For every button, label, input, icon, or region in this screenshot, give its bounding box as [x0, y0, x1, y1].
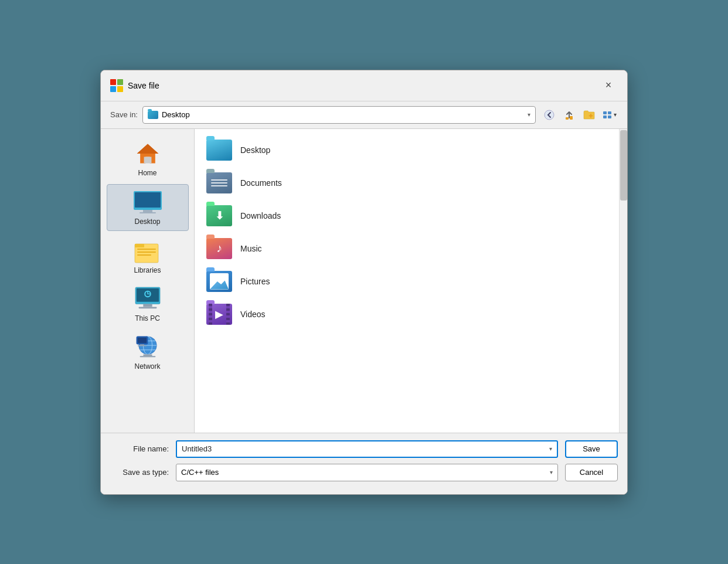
sidebar-item-home[interactable]: Home [107, 136, 189, 182]
desktop-sidebar-icon [132, 189, 163, 215]
svg-rect-12 [143, 210, 152, 212]
folder-pictures-icon [206, 271, 232, 292]
svg-rect-2 [570, 116, 573, 120]
svg-marker-9 [137, 144, 158, 154]
back-icon [544, 110, 554, 120]
list-item[interactable]: ⬇ Downloads [195, 199, 627, 232]
up-button[interactable] [560, 106, 578, 124]
svg-rect-20 [136, 288, 158, 301]
filetype-row: Save as type: C/C++ files ▾ Cancel [110, 464, 618, 481]
save-file-dialog: Save file × Save in: Desktop ▾ [100, 70, 628, 495]
list-item[interactable]: Pictures [195, 265, 627, 298]
home-icon [132, 141, 163, 167]
location-dropdown[interactable]: Desktop ▾ [142, 106, 536, 124]
file-item-label: Videos [240, 310, 266, 319]
dropdown-arrow-icon: ▾ [528, 111, 530, 118]
svg-rect-6 [608, 115, 611, 118]
file-item-label: Pictures [240, 277, 270, 286]
sidebar-item-libraries-label: Libraries [134, 266, 161, 274]
svg-rect-15 [135, 244, 144, 247]
filename-label: File name: [110, 444, 169, 453]
title-left: Save file [110, 79, 159, 92]
pictures-inner [210, 273, 229, 290]
list-item[interactable]: ▶ Videos [195, 298, 627, 331]
network-icon [132, 334, 163, 360]
folder-music-icon: ♪ [206, 238, 232, 259]
folder-videos-icon: ▶ [206, 304, 232, 325]
file-item-label: Downloads [240, 211, 281, 220]
save-in-label: Save in: [110, 110, 138, 119]
cancel-button[interactable]: Cancel [565, 464, 618, 481]
new-folder-icon [583, 110, 595, 120]
filename-dropdown-arrow: ▾ [549, 446, 552, 452]
svg-rect-1 [566, 117, 569, 120]
sidebar-item-libraries[interactable]: Libraries [107, 233, 189, 279]
windows-logo-icon [110, 79, 123, 92]
view-icon [602, 110, 614, 120]
sidebar-item-network-label: Network [134, 362, 160, 371]
view-button[interactable]: ▾ [600, 106, 618, 124]
filename-input[interactable]: Untitled3 ▾ [176, 440, 558, 458]
pictures-mountain [210, 280, 229, 290]
filename-row: File name: Untitled3 ▾ Save [110, 440, 618, 458]
location-folder-icon [148, 111, 158, 119]
svg-rect-22 [138, 307, 157, 308]
dialog-title: Save file [128, 81, 159, 90]
folder-documents-icon [206, 172, 232, 193]
sidebar-item-home-label: Home [138, 169, 157, 177]
svg-rect-21 [143, 304, 152, 307]
up-icon [564, 110, 574, 120]
list-item[interactable]: ♪ Music [195, 232, 627, 265]
filetype-label: Save as type: [110, 468, 169, 477]
new-folder-button[interactable] [580, 106, 598, 124]
folder-downloads-icon: ⬇ [206, 205, 232, 226]
toolbar-icons: ▾ [540, 106, 618, 124]
sidebar: Home Desktop [101, 129, 195, 433]
back-button[interactable] [540, 106, 558, 124]
file-item-label: Desktop [240, 145, 270, 155]
list-item[interactable]: Desktop [195, 134, 627, 167]
save-button[interactable]: Save [565, 440, 618, 458]
filetype-select[interactable]: C/C++ files ▾ [176, 464, 558, 481]
scrollbar-track[interactable] [619, 129, 627, 433]
file-item-label: Documents [240, 178, 282, 188]
music-note-icon: ♪ [206, 238, 232, 259]
title-bar: Save file × [101, 70, 627, 101]
svg-rect-29 [143, 354, 152, 356]
filename-value: Untitled3 [182, 444, 212, 453]
svg-rect-17 [137, 252, 156, 253]
svg-rect-13 [140, 212, 156, 213]
play-icon: ▶ [206, 304, 232, 325]
svg-rect-3 [603, 111, 607, 114]
svg-rect-5 [603, 115, 607, 118]
sidebar-item-thispc[interactable]: This PC [107, 281, 189, 327]
svg-rect-32 [137, 337, 146, 343]
file-item-label: Music [240, 244, 262, 253]
file-list: Desktop Documents ⬇ Downloads [195, 129, 627, 433]
sidebar-item-desktop[interactable]: Desktop [107, 184, 189, 231]
filetype-dropdown-arrow: ▾ [550, 469, 553, 475]
location-text: Desktop [162, 110, 528, 119]
svg-rect-8 [144, 157, 151, 163]
svg-rect-16 [137, 249, 156, 250]
folder-desktop-icon [206, 140, 232, 161]
svg-rect-4 [608, 111, 611, 114]
svg-rect-34 [137, 345, 146, 346]
svg-rect-18 [137, 254, 151, 256]
sidebar-item-network[interactable]: Network [107, 329, 189, 375]
thispc-icon [132, 286, 163, 312]
close-button[interactable]: × [599, 76, 618, 95]
sidebar-item-desktop-label: Desktop [134, 218, 160, 226]
scrollbar-thumb[interactable] [620, 130, 627, 201]
svg-rect-11 [135, 192, 161, 208]
sidebar-item-thispc-label: This PC [135, 314, 160, 322]
download-arrow-icon: ⬇ [206, 205, 232, 226]
svg-rect-33 [140, 344, 144, 345]
view-dropdown-arrow: ▾ [614, 111, 617, 118]
toolbar: Save in: Desktop ▾ [101, 101, 627, 128]
svg-point-0 [545, 110, 554, 120]
bottom-area: File name: Untitled3 ▾ Save Save as type… [101, 433, 627, 494]
list-item[interactable]: Documents [195, 167, 627, 199]
svg-rect-30 [140, 356, 155, 357]
content-area: Home Desktop [101, 128, 627, 433]
